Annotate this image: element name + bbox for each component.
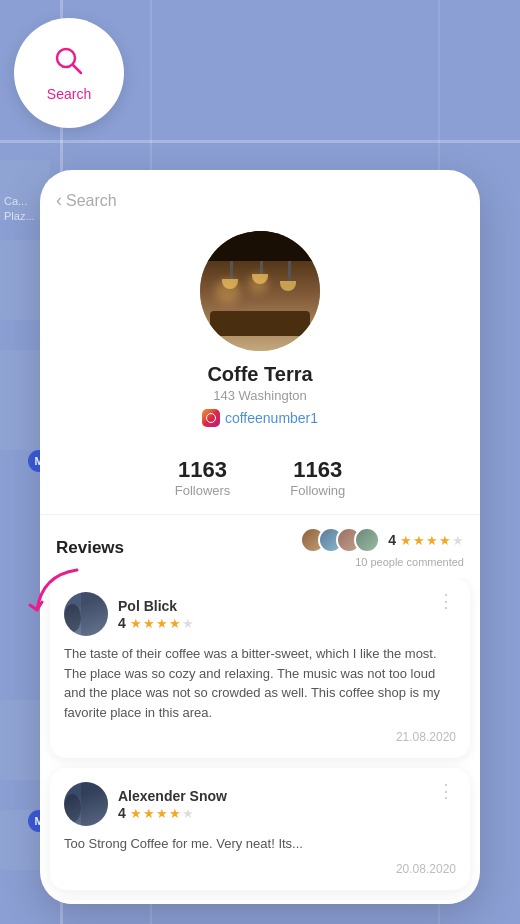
star-2: ★ [413, 533, 425, 548]
reviewer-info-1: Pol Blick 4 ★ ★ ★ ★ ★ [118, 597, 456, 631]
review-card-1: Pol Blick 4 ★ ★ ★ ★ ★ ⋮ The taste of the [50, 578, 470, 758]
svg-line-1 [73, 65, 81, 73]
review-1-date: 21.08.2020 [64, 730, 456, 744]
review-1-more-button[interactable]: ⋮ [437, 592, 456, 610]
review-header-2: Alexender Snow 4 ★ ★ ★ ★ ★ ⋮ [64, 782, 456, 826]
reviewer-avatars [300, 527, 380, 553]
r2-star-5: ★ [182, 806, 194, 821]
reviews-title: Reviews [56, 538, 124, 558]
back-nav: ‹ Search [40, 170, 480, 221]
r1-star-2: ★ [143, 616, 155, 631]
r1-star-4: ★ [169, 616, 181, 631]
star-4: ★ [439, 533, 451, 548]
review-2-text: Too Strong Coffee for me. Very neat! Its… [64, 834, 456, 854]
reviewer-avatar-1 [64, 592, 108, 636]
overall-rating-number: 4 [388, 532, 396, 548]
back-button[interactable]: ‹ Search [56, 190, 117, 211]
instagram-handle: coffeenumber1 [225, 410, 318, 426]
overall-stars: ★ ★ ★ ★ ★ [400, 533, 464, 548]
instagram-link[interactable]: coffeenumber1 [202, 409, 318, 427]
review-2-more-button[interactable]: ⋮ [437, 782, 456, 800]
reviewer-rating-1: 4 ★ ★ ★ ★ ★ [118, 615, 456, 631]
back-chevron-icon: ‹ [56, 190, 62, 211]
venue-address: 143 Washington [213, 388, 306, 403]
star-1: ★ [400, 533, 412, 548]
phone-card: ‹ Search Coffe Terra [40, 170, 480, 904]
review-card-3: Anna Brown 4 ★ ★ ★ ★ ★ ⋮ I loved the lat [50, 900, 470, 905]
followers-count: 1163 [178, 457, 227, 483]
venue-avatar [200, 231, 320, 351]
reviews-header: Reviews 4 ★ ★ ★ ★ ★ [40, 515, 480, 578]
following-label: Following [290, 483, 345, 498]
review-header-1: Pol Blick 4 ★ ★ ★ ★ ★ ⋮ [64, 592, 456, 636]
review-card-2: Alexender Snow 4 ★ ★ ★ ★ ★ ⋮ Too Strong [50, 768, 470, 890]
instagram-icon [202, 409, 220, 427]
profile-section: Coffe Terra 143 Washington coffeenumber1 [40, 221, 480, 443]
reviews-list: Pol Blick 4 ★ ★ ★ ★ ★ ⋮ The taste of the [40, 578, 480, 904]
reviewer-info-2: Alexender Snow 4 ★ ★ ★ ★ ★ [118, 787, 456, 821]
overall-rating: 4 ★ ★ ★ ★ ★ [388, 532, 464, 548]
reviewer-name-1: Pol Blick [118, 598, 177, 614]
map-label-1: Ca... [4, 195, 27, 207]
review-1-rating-num: 4 [118, 615, 126, 631]
star-5: ★ [452, 533, 464, 548]
followers-stat: 1163 Followers [175, 457, 231, 498]
search-icon [53, 45, 85, 82]
r2-star-1: ★ [130, 806, 142, 821]
r1-star-5: ★ [182, 616, 194, 631]
review-2-date: 20.08.2020 [64, 862, 456, 876]
reviewer-rating-2: 4 ★ ★ ★ ★ ★ [118, 805, 456, 821]
stats-row: 1163 Followers 1163 Following [40, 443, 480, 514]
people-commented: 10 people commented [355, 556, 464, 568]
followers-label: Followers [175, 483, 231, 498]
reviewer-avatar-2 [64, 782, 108, 826]
back-label: Search [66, 192, 117, 210]
mini-avatar-4 [354, 527, 380, 553]
reviewer-name-2: Alexender Snow [118, 788, 227, 804]
map-label-2: Plaz... [4, 210, 35, 222]
venue-name: Coffe Terra [207, 363, 312, 386]
reviews-meta: 4 ★ ★ ★ ★ ★ 10 people commented [300, 527, 464, 568]
review-1-text: The taste of their coffee was a bitter-s… [64, 644, 456, 722]
following-count: 1163 [293, 457, 342, 483]
search-fab-label: Search [47, 86, 91, 102]
r2-star-3: ★ [156, 806, 168, 821]
r2-star-2: ★ [143, 806, 155, 821]
r1-star-1: ★ [130, 616, 142, 631]
r2-star-4: ★ [169, 806, 181, 821]
review-2-rating-num: 4 [118, 805, 126, 821]
search-fab[interactable]: Search [14, 18, 124, 128]
r1-star-3: ★ [156, 616, 168, 631]
following-stat: 1163 Following [290, 457, 345, 498]
star-3: ★ [426, 533, 438, 548]
